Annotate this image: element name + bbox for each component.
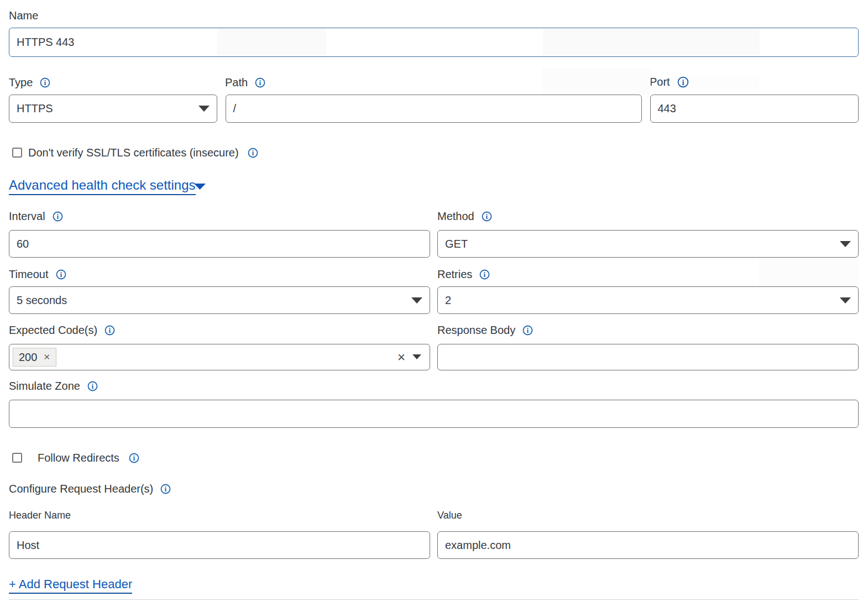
svg-text:i: i (259, 79, 262, 87)
svg-text:i: i (252, 149, 254, 157)
svg-text:i: i (682, 77, 684, 86)
svg-text:i: i (165, 485, 167, 493)
svg-text:i: i (60, 270, 62, 279)
svg-text:i: i (56, 212, 59, 221)
svg-text:i: i (109, 326, 111, 334)
svg-text:i: i (133, 454, 135, 462)
svg-text:i: i (485, 212, 488, 221)
svg-text:i: i (484, 270, 486, 279)
svg-text:i: i (527, 326, 529, 334)
svg-text:i: i (92, 382, 94, 390)
svg-text:i: i (44, 79, 46, 87)
